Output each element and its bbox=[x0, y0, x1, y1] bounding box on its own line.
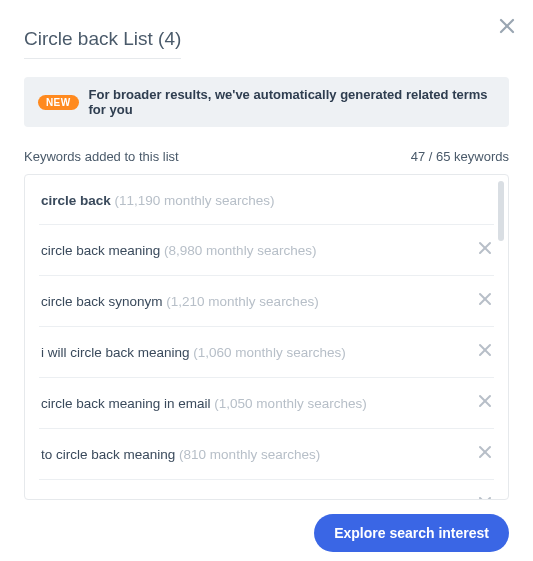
keyword-meta: (1,050 monthly searches) bbox=[214, 396, 366, 411]
remove-keyword-icon[interactable] bbox=[478, 343, 492, 361]
keyword-row: circle back (11,190 monthly searches) bbox=[39, 175, 494, 225]
keyword-text: circle back meaning (8,980 monthly searc… bbox=[41, 243, 316, 258]
remove-keyword-icon[interactable] bbox=[478, 292, 492, 310]
keyword-row: to circle back meaning (810 monthly sear… bbox=[39, 429, 494, 480]
remove-keyword-icon[interactable] bbox=[478, 394, 492, 412]
keyword-row: circle back synonym (1,210 monthly searc… bbox=[39, 276, 494, 327]
keyword-text: circle back (11,190 monthly searches) bbox=[41, 193, 274, 208]
keyword-term: to circle back meaning bbox=[41, 447, 175, 462]
keyword-row: circle back meaning (8,980 monthly searc… bbox=[39, 225, 494, 276]
keyword-term: circle back bbox=[41, 193, 111, 208]
keyword-meta: (8,980 monthly searches) bbox=[164, 243, 316, 258]
keyword-meta: (810 monthly searches) bbox=[179, 447, 320, 462]
keyword-meta: (11,190 monthly searches) bbox=[115, 193, 275, 208]
keyword-row: i will circle back meaning (1,060 monthl… bbox=[39, 327, 494, 378]
keyword-row: how to respond when will circle back to…… bbox=[39, 480, 494, 500]
banner-text: For broader results, we've automatically… bbox=[89, 87, 495, 117]
remove-keyword-icon[interactable] bbox=[478, 496, 492, 500]
keyword-text: i will circle back meaning (1,060 monthl… bbox=[41, 345, 346, 360]
keyword-term: circle back meaning bbox=[41, 243, 160, 258]
info-banner: NEW For broader results, we've automatic… bbox=[24, 77, 509, 127]
remove-keyword-icon[interactable] bbox=[478, 445, 492, 463]
keyword-meta: (1,210 monthly searches) bbox=[166, 294, 318, 309]
keyword-term: i will circle back meaning bbox=[41, 345, 190, 360]
keyword-text: circle back meaning in email (1,050 mont… bbox=[41, 396, 367, 411]
keyword-term: circle back synonym bbox=[41, 294, 163, 309]
close-icon[interactable] bbox=[499, 18, 515, 38]
keyword-term: how to respond when will circle back to… bbox=[41, 498, 288, 501]
keywords-label: Keywords added to this list bbox=[24, 149, 179, 164]
keyword-meta: (1,060 monthly searches) bbox=[193, 345, 345, 360]
page-title: Circle back List (4) bbox=[24, 28, 181, 59]
keyword-text: to circle back meaning (810 monthly sear… bbox=[41, 447, 320, 462]
remove-keyword-icon[interactable] bbox=[478, 241, 492, 259]
keyword-row: circle back meaning in email (1,050 mont… bbox=[39, 378, 494, 429]
explore-button[interactable]: Explore search interest bbox=[314, 514, 509, 552]
scrollbar-thumb[interactable] bbox=[498, 181, 504, 241]
keyword-text: how to respond when will circle back to…… bbox=[41, 498, 433, 501]
keyword-list: circle back (11,190 monthly searches)cir… bbox=[24, 174, 509, 500]
keyword-text: circle back synonym (1,210 monthly searc… bbox=[41, 294, 319, 309]
keyword-term: circle back meaning in email bbox=[41, 396, 211, 411]
new-badge: NEW bbox=[38, 95, 79, 110]
keywords-counter: 47 / 65 keywords bbox=[411, 149, 509, 164]
keyword-meta: (790 monthly searches) bbox=[292, 498, 433, 501]
